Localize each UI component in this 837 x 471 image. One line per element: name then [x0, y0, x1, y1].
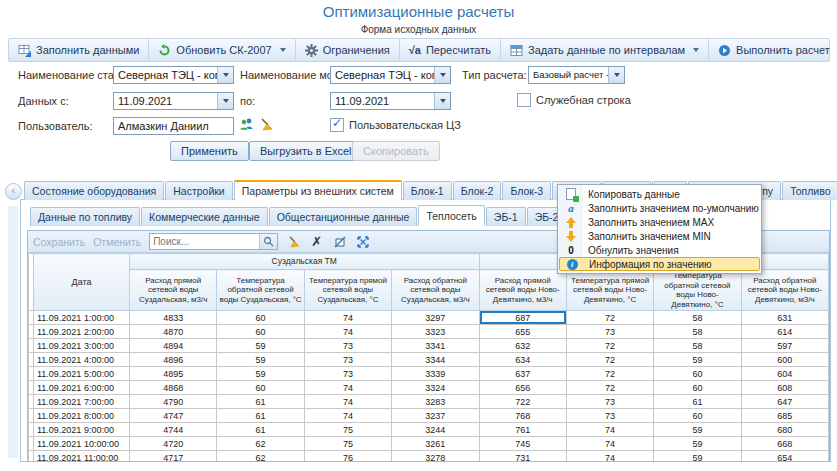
value-cell[interactable]: 608 — [741, 381, 828, 395]
column-header-6[interactable]: Температура прямой сетевой воды Ново-Дев… — [566, 270, 653, 311]
value-cell[interactable]: 62 — [217, 451, 304, 462]
value-cell[interactable]: 74 — [304, 381, 391, 395]
value-cell[interactable]: 3344 — [392, 353, 479, 367]
date-from-picker[interactable]: 11.09.2021 — [113, 92, 234, 110]
value-cell[interactable]: 59 — [654, 451, 741, 462]
column-header-4[interactable]: Расход обратной сетевой воды Суздальская… — [392, 270, 479, 311]
column-header-7[interactable]: Температура обратной сетевой воды Ново-Д… — [654, 270, 741, 311]
value-cell[interactable]: 3297 — [392, 311, 479, 325]
value-cell[interactable]: 687 — [479, 311, 566, 325]
value-cell[interactable]: 76 — [304, 451, 391, 462]
value-cell[interactable]: 631 — [741, 311, 828, 325]
value-cell[interactable]: 4868 — [130, 381, 217, 395]
date-cell[interactable]: 11.09.2021 3:00:00 — [34, 339, 130, 353]
value-cell[interactable]: 656 — [479, 381, 566, 395]
value-cell[interactable]: 73 — [304, 353, 391, 367]
tab-inner-5[interactable]: ЭБ-1 — [486, 207, 526, 226]
value-cell[interactable]: 3339 — [392, 367, 479, 381]
column-header-5[interactable]: Расход прямой сетевой воды Ново-Девяткин… — [479, 270, 566, 311]
menu-item-3[interactable]: Заполнить значением MAX — [559, 215, 760, 229]
value-cell[interactable]: 74 — [304, 409, 391, 423]
date-cell[interactable]: 11.09.2021 1:00:00 — [34, 311, 130, 325]
tab-inner-1[interactable]: Данные по топливу — [30, 207, 140, 226]
cancel-edit-icon[interactable] — [332, 234, 347, 249]
tabs-scroll-left-button[interactable]: ‹ — [5, 183, 22, 200]
column-header-1[interactable]: Расход прямой сетевой воды Суздальская, … — [130, 270, 217, 311]
value-cell[interactable]: 74 — [566, 451, 653, 462]
value-cell[interactable]: 4747 — [130, 409, 217, 423]
value-cell[interactable]: 74 — [304, 311, 391, 325]
tab-outer-11[interactable]: Топливо — [782, 181, 837, 200]
value-cell[interactable]: 73 — [566, 395, 653, 409]
date-cell[interactable]: 11.09.2021 6:00:00 — [34, 381, 130, 395]
column-header-2[interactable]: Температура обратной сетевой воды Суздал… — [217, 270, 304, 311]
run-calculation-button[interactable]: Выполнить расчет — [709, 39, 837, 61]
value-cell[interactable]: 75 — [304, 437, 391, 451]
value-cell[interactable]: 60 — [217, 325, 304, 339]
menu-item-6[interactable]: iИнформация по значению — [559, 257, 760, 271]
value-cell[interactable]: 3237 — [392, 409, 479, 423]
value-cell[interactable]: 58 — [654, 325, 741, 339]
value-cell[interactable]: 59 — [217, 367, 304, 381]
tab-inner-2[interactable]: Коммерческие данные — [141, 207, 268, 226]
chevron-down-icon[interactable] — [280, 48, 286, 52]
tab-outer-5[interactable]: Блок-2 — [453, 181, 502, 200]
date-cell[interactable]: 11.09.2021 7:00:00 — [34, 395, 130, 409]
value-cell[interactable]: 680 — [741, 423, 828, 437]
calc-type-select[interactable]: Базовый расчет - ЦЗРСВ — [528, 66, 625, 84]
value-cell[interactable]: 4720 — [130, 437, 217, 451]
value-cell[interactable]: 632 — [479, 339, 566, 353]
grid-clear-filter-button[interactable] — [286, 234, 301, 249]
value-cell[interactable]: 4894 — [130, 339, 217, 353]
date-cell[interactable]: 11.09.2021 8:00:00 — [34, 409, 130, 423]
value-cell[interactable]: 74 — [566, 423, 653, 437]
search-input[interactable] — [150, 234, 259, 249]
tab-inner-4[interactable]: Теплосеть — [418, 205, 484, 226]
value-cell[interactable]: 60 — [654, 381, 741, 395]
value-cell[interactable]: 4833 — [130, 311, 217, 325]
date-to-picker[interactable]: 11.09.2021 — [330, 92, 451, 110]
value-cell[interactable]: 654 — [741, 451, 828, 462]
value-cell[interactable]: 74 — [304, 395, 391, 409]
value-cell[interactable]: 61 — [217, 409, 304, 423]
value-cell[interactable]: 59 — [654, 353, 741, 367]
value-cell[interactable]: 745 — [479, 437, 566, 451]
fullscreen-icon[interactable] — [355, 234, 370, 249]
value-cell[interactable]: 59 — [217, 339, 304, 353]
value-cell[interactable]: 59 — [217, 353, 304, 367]
value-cell[interactable]: 59 — [654, 437, 741, 451]
value-cell[interactable]: 3261 — [392, 437, 479, 451]
value-cell[interactable]: 60 — [217, 381, 304, 395]
value-cell[interactable]: 3341 — [392, 339, 479, 353]
refresh-sk2007-button[interactable]: Обновить СК-2007 — [149, 39, 295, 61]
service-row-checkbox[interactable]: ✓ Служебная строка — [517, 93, 631, 107]
value-cell[interactable]: 685 — [741, 409, 828, 423]
column-header-8[interactable]: Расход обратной сетевой воды Ново-Девятк… — [741, 270, 828, 311]
column-header-3[interactable]: Температура прямой сетевой воды Суздальс… — [304, 270, 391, 311]
user-input[interactable]: Алмазкин Даниил — [113, 117, 234, 135]
export-excel-button[interactable]: Выгрузить в Excel — [249, 141, 363, 161]
value-cell[interactable]: 73 — [304, 339, 391, 353]
value-cell[interactable]: 60 — [217, 311, 304, 325]
value-cell[interactable]: 604 — [741, 367, 828, 381]
station-select[interactable]: Северная ТЭЦ - копия — [113, 66, 234, 84]
value-cell[interactable]: 58 — [654, 339, 741, 353]
apply-button[interactable]: Применить — [170, 141, 249, 161]
value-cell[interactable]: 3278 — [392, 451, 479, 462]
date-column-header[interactable]: Дата — [34, 254, 130, 311]
value-cell[interactable]: 61 — [217, 423, 304, 437]
value-cell[interactable]: 4717 — [130, 451, 217, 462]
value-cell[interactable]: 61 — [217, 395, 304, 409]
tab-outer-1[interactable]: Состояние оборудования — [24, 181, 164, 200]
value-cell[interactable]: 731 — [479, 451, 566, 462]
date-cell[interactable]: 11.09.2021 9:00:00 — [34, 423, 130, 437]
value-cell[interactable]: 72 — [566, 381, 653, 395]
select-user-button[interactable] — [239, 117, 255, 131]
chevron-down-icon[interactable] — [608, 67, 624, 83]
menu-item-1[interactable]: Копировать данные — [559, 187, 760, 201]
value-cell[interactable]: 4895 — [130, 367, 217, 381]
user-cz-checkbox[interactable]: ✓ Пользовательская ЦЗ — [330, 118, 461, 132]
chevron-down-icon[interactable] — [217, 93, 233, 109]
date-cell[interactable]: 11.09.2021 11:00:00 — [34, 451, 130, 462]
model-select[interactable]: Северная ТЭЦ - копия — [330, 66, 451, 84]
